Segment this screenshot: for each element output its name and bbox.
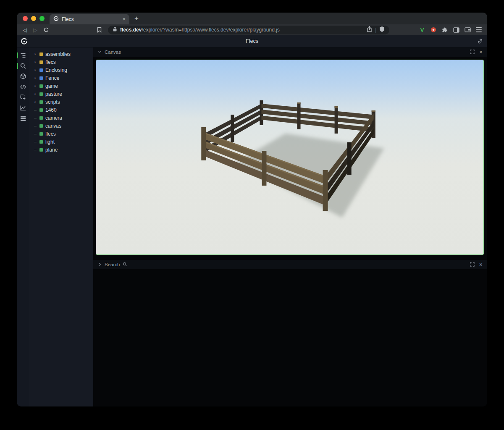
search-panel-header[interactable]: Search ×	[93, 260, 487, 269]
sidebar-icon-strip	[17, 47, 29, 406]
canvas-panel-body	[93, 57, 487, 257]
puzzle-icon[interactable]	[440, 25, 450, 34]
entity-color-square	[39, 100, 43, 104]
expander-icon[interactable]: ›	[33, 92, 37, 96]
entity-color-square	[39, 140, 43, 144]
entity-color-square	[39, 148, 43, 152]
close-icon[interactable]: ×	[479, 262, 483, 267]
tree-item-pasture[interactable]: ›pasture	[29, 90, 93, 98]
flecs-app: Flecs	[17, 35, 487, 406]
entity-color-square	[39, 68, 43, 72]
tree-item-flecs[interactable]: flecs	[29, 130, 93, 138]
search-panel-title: Search	[105, 262, 120, 267]
close-window-button[interactable]	[23, 16, 28, 21]
address-bar-divider: |	[375, 27, 376, 33]
tree-item-label: flecs	[45, 131, 56, 137]
menu-icon[interactable]	[474, 25, 484, 34]
search-icon[interactable]	[17, 62, 29, 70]
tree-item-plane[interactable]: plane	[29, 146, 93, 154]
tree-item-canvas[interactable]: canvas	[29, 122, 93, 130]
tree-item-1460[interactable]: 1460	[29, 106, 93, 114]
tree-item-label: light	[45, 139, 55, 145]
entity-color-square	[39, 76, 43, 80]
expander-icon[interactable]: ›	[33, 52, 37, 56]
tree-icon[interactable]	[17, 51, 29, 60]
tab-close-icon[interactable]: ×	[122, 16, 126, 22]
extension-red-icon[interactable]	[428, 25, 438, 34]
url-domain: flecs.dev	[120, 27, 142, 33]
code-icon[interactable]	[17, 83, 29, 91]
url-text[interactable]: flecs.dev/explorer/?wasm=https://www.fle…	[120, 27, 364, 33]
wallet-icon[interactable]	[462, 25, 472, 34]
tree-item-label: game	[45, 83, 58, 89]
reload-icon[interactable]	[41, 25, 51, 34]
tree-item-label: canvas	[45, 123, 61, 129]
link-icon[interactable]	[477, 38, 483, 46]
entity-color-square	[39, 108, 43, 112]
tree-item-label: Fence	[45, 75, 59, 81]
tree-item-label: 1460	[45, 107, 57, 113]
tree-item-Fence[interactable]: ›Fence	[29, 74, 93, 82]
expand-icon[interactable]	[470, 50, 475, 55]
app-body: ›assemblies›flecs›Enclosing›Fence›game›p…	[17, 47, 487, 406]
bookmark-icon[interactable]	[94, 25, 104, 34]
chevron-right-icon[interactable]	[98, 262, 102, 267]
tree-item-assemblies[interactable]: ›assemblies	[29, 50, 93, 58]
browser-window: Flecs × + ◁ ▷ flecs.dev/explorer/?wasm=h…	[17, 13, 487, 406]
expander-icon[interactable]: ›	[33, 68, 37, 72]
select-icon[interactable]	[17, 93, 29, 102]
minimize-window-button[interactable]	[31, 16, 36, 21]
canvas-panel-title: Canvas	[105, 50, 121, 55]
entity-color-square	[39, 116, 43, 120]
canvas-3d-scene[interactable]	[96, 60, 484, 255]
chevron-down-icon[interactable]	[98, 50, 102, 55]
close-icon[interactable]: ×	[479, 49, 483, 55]
back-icon[interactable]: ◁	[20, 27, 29, 33]
tab-title: Flecs	[62, 16, 119, 22]
share-icon[interactable]	[367, 26, 372, 34]
browser-tab[interactable]: Flecs ×	[50, 14, 129, 24]
forward-icon[interactable]: ▷	[31, 27, 40, 33]
entity-color-square	[39, 84, 43, 88]
tree-item-label: flecs	[45, 59, 56, 65]
cube-icon[interactable]	[17, 72, 29, 81]
entity-color-square	[39, 132, 43, 136]
main-area: Canvas ×	[93, 47, 487, 406]
tree-item-scripts[interactable]: ›scripts	[29, 98, 93, 106]
expand-icon[interactable]	[470, 262, 475, 267]
expander-icon[interactable]: ›	[33, 100, 37, 104]
expander-icon[interactable]: ›	[33, 76, 37, 80]
search-panel-body	[93, 269, 487, 406]
rows-icon[interactable]	[17, 114, 29, 123]
tab-favicon-flecs-icon	[53, 16, 59, 23]
entity-color-square	[39, 60, 43, 64]
tree-item-label: assemblies	[45, 51, 71, 57]
address-bar[interactable]: flecs.dev/explorer/?wasm=https://www.fle…	[108, 26, 389, 34]
tree-item-flecs[interactable]: ›flecs	[29, 58, 93, 66]
shield-icon[interactable]	[379, 26, 385, 34]
tree-item-label: Enclosing	[45, 67, 67, 73]
entity-color-square	[39, 124, 43, 128]
extension-v-icon[interactable]: V	[417, 25, 427, 34]
tree-item-game[interactable]: ›game	[29, 82, 93, 90]
entity-color-square	[39, 52, 43, 56]
tree-item-label: pasture	[45, 91, 62, 97]
tree-item-Enclosing[interactable]: ›Enclosing	[29, 66, 93, 74]
lock-icon	[113, 26, 117, 34]
chart-icon[interactable]	[17, 104, 29, 112]
sidebar-toggle-icon[interactable]	[451, 25, 461, 34]
maximize-window-button[interactable]	[39, 16, 45, 21]
browser-toolbar: ◁ ▷ flecs.dev/explorer/?wasm=https://www…	[17, 24, 487, 35]
search-icon	[123, 262, 127, 267]
tree-item-label: camera	[45, 115, 62, 121]
canvas-panel-header[interactable]: Canvas ×	[93, 47, 487, 57]
expander-icon[interactable]: ›	[33, 60, 37, 64]
new-tab-button[interactable]: +	[134, 14, 139, 23]
app-header: Flecs	[17, 35, 487, 47]
tree-item-label: plane	[45, 147, 58, 153]
expander-icon[interactable]: ›	[33, 84, 37, 88]
tree-item-light[interactable]: light	[29, 138, 93, 146]
tree-item-camera[interactable]: camera	[29, 114, 93, 122]
tree-item-label: scripts	[45, 99, 60, 105]
tab-strip: Flecs × +	[17, 13, 487, 24]
